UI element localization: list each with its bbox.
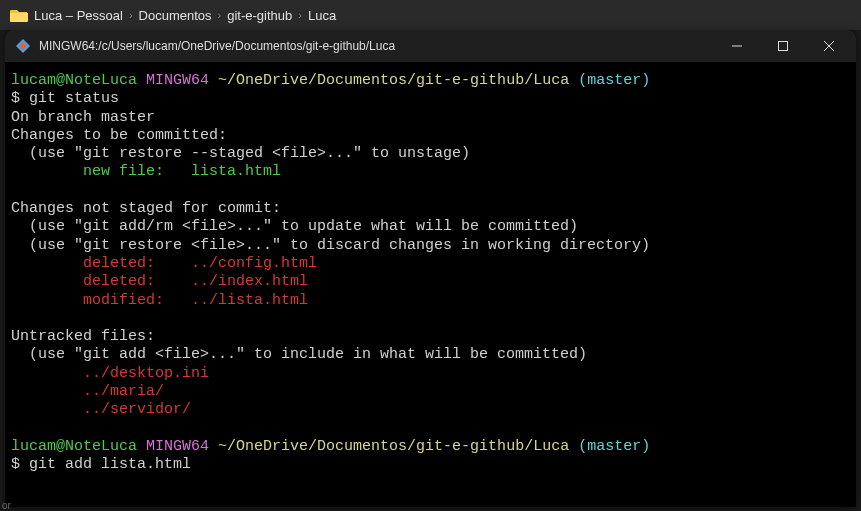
untracked-file: ../maria/	[11, 383, 164, 400]
prompt-user: lucam@NoteLuca	[11, 72, 137, 89]
staged-file: new file: lista.html	[11, 163, 281, 180]
untracked-file: ../desktop.ini	[11, 365, 209, 382]
terminal-window: MINGW64:/c/Users/lucam/OneDrive/Document…	[5, 30, 856, 507]
window-title: MINGW64:/c/Users/lucam/OneDrive/Document…	[39, 39, 395, 53]
maximize-button[interactable]	[760, 30, 806, 62]
prompt-symbol: $	[11, 90, 20, 107]
output-line: (use "git restore --staged <file>..." to…	[11, 145, 470, 162]
untracked-file: ../servidor/	[11, 401, 191, 418]
breadcrumb-item[interactable]: Documentos	[139, 8, 212, 23]
prompt-branch: (master)	[578, 72, 650, 89]
chevron-right-icon: ›	[218, 9, 222, 21]
prompt-user: lucam@NoteLuca	[11, 438, 137, 455]
output-line: On branch master	[11, 109, 155, 126]
terminal-output[interactable]: lucam@NoteLuca MINGW64 ~/OneDrive/Docume…	[5, 62, 856, 507]
close-button[interactable]	[806, 30, 852, 62]
window-controls	[714, 30, 852, 62]
prompt-path: ~/OneDrive/Documentos/git-e-github/Luca	[218, 72, 569, 89]
titlebar: MINGW64:/c/Users/lucam/OneDrive/Document…	[5, 30, 856, 62]
prompt-env: MINGW64	[146, 438, 209, 455]
output-line: Changes not staged for commit:	[11, 200, 281, 217]
output-line: (use "git add <file>..." to include in w…	[11, 346, 587, 363]
unstaged-file: deleted: ../config.html	[11, 255, 317, 272]
prompt-symbol: $	[11, 456, 20, 473]
breadcrumb: Luca – Pessoal › Documentos › git-e-gith…	[0, 0, 861, 30]
prompt-branch: (master)	[578, 438, 650, 455]
command-text: git add lista.html	[29, 456, 191, 473]
breadcrumb-item[interactable]: Luca	[308, 8, 336, 23]
prompt-env: MINGW64	[146, 72, 209, 89]
chevron-right-icon: ›	[298, 9, 302, 21]
svg-rect-3	[779, 42, 788, 51]
output-line: Untracked files:	[11, 328, 155, 345]
command-text: git status	[29, 90, 119, 107]
breadcrumb-item[interactable]: Luca – Pessoal	[34, 8, 123, 23]
chevron-right-icon: ›	[129, 9, 133, 21]
output-line: (use "git restore <file>..." to discard …	[11, 237, 650, 254]
prompt-line: lucam@NoteLuca MINGW64 ~/OneDrive/Docume…	[11, 438, 650, 455]
minimize-button[interactable]	[714, 30, 760, 62]
folder-icon	[10, 8, 28, 22]
app-icon	[15, 38, 31, 54]
prompt-line: lucam@NoteLuca MINGW64 ~/OneDrive/Docume…	[11, 72, 650, 89]
output-line: Changes to be committed:	[11, 127, 227, 144]
unstaged-file: deleted: ../index.html	[11, 273, 308, 290]
prompt-path: ~/OneDrive/Documentos/git-e-github/Luca	[218, 438, 569, 455]
breadcrumb-item[interactable]: git-e-github	[227, 8, 292, 23]
status-footer: or	[0, 500, 13, 511]
output-line: (use "git add/rm <file>..." to update wh…	[11, 218, 578, 235]
unstaged-file: modified: ../lista.html	[11, 292, 308, 309]
